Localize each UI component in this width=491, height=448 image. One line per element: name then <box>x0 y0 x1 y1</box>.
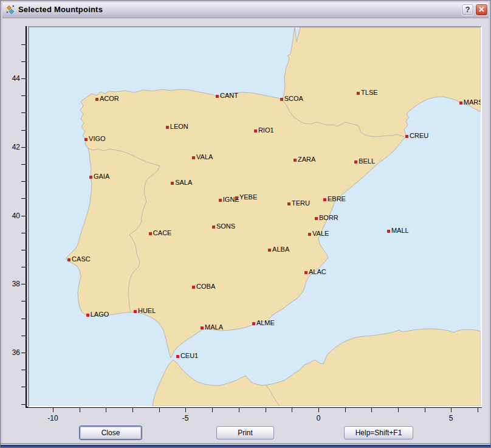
station-marker-rio1[interactable] <box>254 129 257 133</box>
xtick <box>159 408 160 412</box>
xtick <box>106 408 106 412</box>
station-marker-vigo[interactable] <box>84 138 88 141</box>
station-marker-scoa[interactable] <box>280 98 283 101</box>
station-label: SCOA <box>284 95 303 103</box>
map-canvas[interactable]: ACORCANTSCOATLSEMARSLEONRIO1CREUVIGOVALA… <box>29 27 481 406</box>
ytick <box>21 267 26 267</box>
ytick <box>21 95 26 96</box>
station-marker-ebre[interactable] <box>323 198 326 201</box>
station-marker-igne[interactable] <box>219 199 222 202</box>
station-marker-vale[interactable] <box>308 233 311 236</box>
ytick <box>21 147 26 148</box>
xtick <box>185 408 186 412</box>
ytick <box>21 61 26 62</box>
ytick <box>21 233 26 233</box>
station-label: VALA <box>196 153 213 161</box>
station-label: CANT <box>220 92 238 100</box>
land-africa <box>153 329 481 406</box>
ylabel: 40 <box>2 212 20 220</box>
titlebar-close-button[interactable]: ✕ <box>475 4 488 16</box>
xtick <box>212 408 213 412</box>
station-label: EBRE <box>328 195 346 203</box>
station-label: VALE <box>312 230 329 238</box>
close-button[interactable]: Close <box>80 426 142 439</box>
help-button[interactable]: Help=Shift+F1 <box>344 426 413 439</box>
station-marker-lago[interactable] <box>86 314 89 317</box>
station-label: HUEL <box>138 307 156 315</box>
ytick <box>21 181 26 182</box>
plot-frame: ACORCANTSCOATLSEMARSLEONRIO1CREUVIGOVALA… <box>28 26 482 407</box>
station-label: SALA <box>175 179 192 187</box>
station-label: LAGO <box>91 311 109 319</box>
station-marker-ceu1[interactable] <box>176 355 179 358</box>
station-marker-cant[interactable] <box>216 95 219 98</box>
station-label: SONS <box>216 222 235 230</box>
station-label: GAIA <box>94 173 109 181</box>
station-marker-teru[interactable] <box>287 202 290 205</box>
map-svg <box>29 27 481 406</box>
station-marker-sala[interactable] <box>171 182 174 185</box>
station-marker-tlse[interactable] <box>357 92 360 95</box>
station-label: MARS <box>464 98 481 106</box>
station-marker-creu[interactable] <box>405 135 408 138</box>
station-label: ALME <box>256 319 275 327</box>
station-marker-bell[interactable] <box>354 160 357 164</box>
xtick <box>478 408 478 412</box>
ytick <box>21 387 26 387</box>
station-marker-yebe[interactable] <box>235 196 238 199</box>
ytick <box>21 284 26 284</box>
station-marker-gaia[interactable] <box>89 176 92 179</box>
station-label: YEBE <box>239 193 257 201</box>
xtick <box>239 408 239 412</box>
station-marker-sons[interactable] <box>212 226 215 229</box>
station-marker-casc[interactable] <box>67 258 70 261</box>
ylabel: 42 <box>2 143 20 151</box>
titlebar-help-button[interactable]: ? <box>461 4 474 16</box>
station-marker-cace[interactable] <box>149 232 152 235</box>
station-marker-zara[interactable] <box>294 159 297 162</box>
ytick <box>21 319 26 319</box>
xlabel: 5 <box>439 414 463 422</box>
station-label: ACOR <box>100 95 119 103</box>
dialog-window: Selected Mountpoints ? ✕ -10-50536384042… <box>0 0 491 448</box>
station-label: ZARA <box>298 156 315 164</box>
station-marker-mall[interactable] <box>387 230 390 233</box>
xtick <box>398 408 399 412</box>
station-marker-leon[interactable] <box>166 126 169 129</box>
xtick <box>53 408 53 412</box>
station-marker-mars[interactable] <box>459 102 462 105</box>
ytick <box>21 336 26 336</box>
ytick <box>21 198 26 199</box>
station-marker-borr[interactable] <box>315 217 318 220</box>
land-iberia-france <box>66 27 481 358</box>
xtick <box>318 408 319 412</box>
xtick <box>132 408 133 412</box>
ylabel: 36 <box>2 348 20 357</box>
station-marker-huel[interactable] <box>134 310 137 313</box>
xtick <box>451 408 452 412</box>
station-marker-alme[interactable] <box>252 322 255 325</box>
station-label: VIGO <box>89 135 106 143</box>
station-label: BELL <box>359 157 375 165</box>
station-marker-alac[interactable] <box>304 271 307 274</box>
ylabel: 38 <box>2 280 20 288</box>
title-bar[interactable]: Selected Mountpoints ? ✕ <box>1 1 491 18</box>
station-marker-coba[interactable] <box>192 286 195 289</box>
station-label: CREU <box>410 132 428 140</box>
station-marker-mala[interactable] <box>201 326 204 329</box>
station-marker-alba[interactable] <box>268 249 271 252</box>
station-marker-vala[interactable] <box>192 156 195 159</box>
print-button[interactable]: Print <box>216 426 274 439</box>
y-axis-line <box>26 26 27 407</box>
station-label: MALA <box>205 323 223 331</box>
xlabel: -10 <box>41 414 65 422</box>
ytick <box>21 353 26 353</box>
station-marker-acor[interactable] <box>95 98 98 101</box>
ytick <box>21 164 26 165</box>
window-bottom-edge <box>1 443 490 447</box>
station-label: CASC <box>72 255 91 263</box>
ytick <box>21 404 26 405</box>
station-label: COBA <box>196 283 215 291</box>
ytick <box>21 216 26 216</box>
xtick <box>345 408 346 412</box>
